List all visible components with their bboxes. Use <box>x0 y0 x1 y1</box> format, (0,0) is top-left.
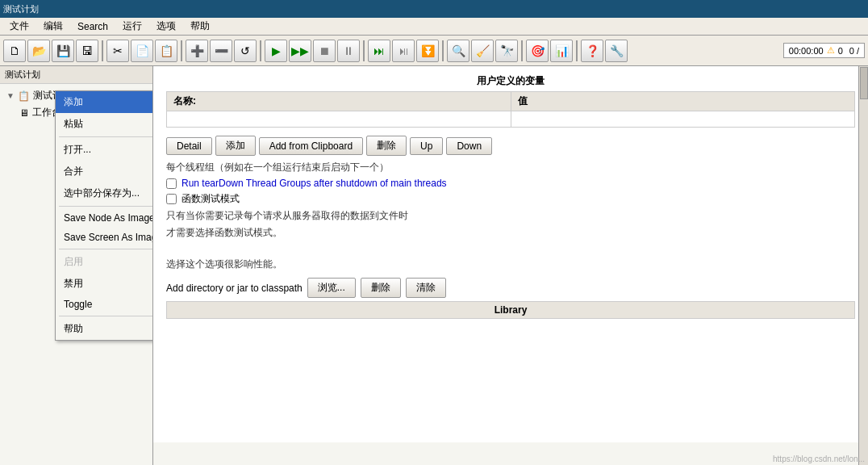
desc4-text: 选择这个选项很影响性能。 <box>166 258 855 271</box>
ctx-merge[interactable]: 合并 <box>56 161 153 182</box>
ctx-save-screen-image[interactable]: Save Screen As Image Ctrl+Shift-G <box>56 228 153 247</box>
ctx-sep-3 <box>59 249 153 249</box>
reset-button[interactable]: ↺ <box>234 40 257 62</box>
clear-classpath-button[interactable]: 清除 <box>406 278 446 298</box>
title-bar-text: 测试计划 <box>3 3 865 15</box>
menu-edit[interactable]: 编辑 <box>37 18 69 35</box>
ctx-paste[interactable]: 粘贴 Ctrl-V <box>56 113 153 135</box>
title-bar: 测试计划 <box>0 0 868 18</box>
ctx-add[interactable]: 添加 ▶ <box>56 91 153 113</box>
clear-button[interactable]: 🧹 <box>471 40 494 62</box>
checkbox-function-label: 函数测试模式 <box>182 192 240 206</box>
stop-now-button[interactable]: ⏸ <box>337 40 360 62</box>
ctx-sep-1 <box>59 136 153 137</box>
extra-button[interactable]: 🔧 <box>605 40 628 62</box>
desc3-text: 才需要选择函数测试模式。 <box>166 226 855 240</box>
timer-display: 00:00:00 ⚠ 0 0 / <box>783 43 865 58</box>
delete-classpath-button[interactable]: 删除 <box>361 278 401 298</box>
classpath-row: Add directory or jar to classpath 浏览... … <box>166 278 855 298</box>
help-button[interactable]: ❓ <box>581 40 603 62</box>
ctx-disable[interactable]: 禁用 <box>56 273 153 295</box>
ctx-merge-label: 合并 <box>64 165 83 178</box>
log-button[interactable]: 📊 <box>550 40 573 62</box>
tree-icon-workbench: 🖥 <box>19 107 29 119</box>
warning-icon: ⚠ <box>827 45 835 56</box>
var-table-cell-name <box>167 111 511 128</box>
add-from-clipboard-button[interactable]: Add from Clipboard <box>259 137 363 155</box>
remote-stop-button[interactable]: ⏬ <box>416 40 439 62</box>
var-table: 名称: 值 <box>166 91 855 128</box>
ctx-enable[interactable]: 启用 <box>56 251 153 273</box>
var-section: 用户定义的变量 名称: 值 <box>166 74 855 128</box>
menu-file[interactable]: 文件 <box>3 18 35 35</box>
stop-button[interactable]: ⏹ <box>313 40 336 62</box>
menu-run[interactable]: 运行 <box>116 18 148 35</box>
menu-options[interactable]: 选项 <box>150 18 182 35</box>
ctx-save-selected[interactable]: 选中部分保存为... <box>56 182 153 204</box>
browse-button[interactable]: 🔭 <box>495 40 518 62</box>
checkbox-teardown-label: Run tearDown Thread Groups after shutdow… <box>182 178 447 189</box>
remote-start-no-button[interactable]: ⏯ <box>392 40 415 62</box>
right-content: 用户定义的变量 名称: 值 <box>153 66 868 465</box>
desc2-text: 只有当你需要记录每个请求从服务器取得的数据到文件时 <box>166 209 855 223</box>
toolbar-separator-1 <box>102 40 103 61</box>
timer-value: 00:00:00 <box>789 46 824 56</box>
ctx-paste-label: 粘贴 <box>64 117 83 131</box>
down-button[interactable]: Down <box>446 137 492 155</box>
paste-button[interactable]: 📋 <box>155 40 177 62</box>
copy-button[interactable]: 📄 <box>131 40 153 62</box>
ctx-toggle-label: Toggle <box>64 299 92 310</box>
classpath-label: Add directory or jar to classpath <box>166 283 303 294</box>
context-menu: 添加 ▶ 粘贴 Ctrl-V 打开... 合并 选中部分保存为... Save … <box>55 90 153 341</box>
checkbox-teardown-row: Run tearDown Thread Groups after shutdow… <box>166 178 855 189</box>
save-folder-button[interactable]: 💾 <box>52 40 74 62</box>
checkbox-function-row: 函数测试模式 <box>166 192 855 206</box>
remote-start-button[interactable]: ⏭ <box>368 40 390 62</box>
add-button[interactable]: ➕ <box>186 40 208 62</box>
toolbar-separator-5 <box>442 40 444 61</box>
ctx-sep-2 <box>59 206 153 207</box>
ctx-toggle[interactable]: Toggle Ctrl-T <box>56 295 153 314</box>
checkbox-function[interactable] <box>166 194 177 204</box>
ctx-save-node-image[interactable]: Save Node As Image Ctrl-G <box>56 208 153 228</box>
function-button[interactable]: 🎯 <box>526 40 549 62</box>
classpath-section: Add directory or jar to classpath 浏览... … <box>166 278 855 319</box>
delete-var-button[interactable]: 删除 <box>366 136 407 156</box>
search-button[interactable]: 🔍 <box>447 40 469 62</box>
scrollbar-thumb[interactable] <box>860 67 868 99</box>
browse-classpath-button[interactable]: 浏览... <box>307 278 356 298</box>
tree-collapse-icon: ▼ <box>6 91 15 100</box>
add-var-button[interactable]: 添加 <box>215 136 256 156</box>
error-count: 0 / <box>849 46 859 56</box>
var-table-cell-value <box>511 111 855 128</box>
var-table-header-value: 值 <box>511 92 855 111</box>
start-button[interactable]: ▶ <box>265 40 287 62</box>
ctx-save-screen-label: Save Screen As Image <box>64 232 153 243</box>
ctx-sep-4 <box>59 316 153 316</box>
main-area: 测试计划 ▼ 📋 测试计划 🖥 工作台 添加 ▶ 粘贴 Ctrl-V <box>0 66 868 465</box>
detail-button[interactable]: Detail <box>166 137 212 155</box>
var-section-title: 用户定义的变量 <box>166 74 855 88</box>
toolbar-separator-4 <box>363 40 365 61</box>
cut-button[interactable]: ✂ <box>106 40 129 62</box>
checkbox-teardown[interactable] <box>166 178 177 189</box>
start-no-pause-button[interactable]: ▶▶ <box>289 40 311 62</box>
menu-search[interactable]: Search <box>71 19 115 34</box>
open-button[interactable]: 📂 <box>27 40 50 62</box>
tree-icon-plan: 📋 <box>18 90 30 102</box>
toolbar-separator-2 <box>181 40 182 61</box>
toolbar-separator-7 <box>576 40 578 61</box>
menu-bar: 文件 编辑 Search 运行 选项 帮助 <box>0 18 868 36</box>
ctx-save-selected-label: 选中部分保存为... <box>64 186 140 200</box>
save-button[interactable]: 🖫 <box>76 40 98 62</box>
library-header: Library <box>167 302 855 319</box>
ctx-help[interactable]: 帮助 <box>56 318 153 340</box>
var-table-header-name: 名称: <box>167 92 511 111</box>
scrollbar-vertical[interactable] <box>858 66 868 465</box>
ctx-open[interactable]: 打开... <box>56 139 153 161</box>
remove-button[interactable]: ➖ <box>210 40 232 62</box>
up-button[interactable]: Up <box>410 137 443 155</box>
ctx-enable-label: 启用 <box>64 255 83 269</box>
menu-help[interactable]: 帮助 <box>184 18 216 35</box>
new-button[interactable]: 🗋 <box>3 40 26 62</box>
